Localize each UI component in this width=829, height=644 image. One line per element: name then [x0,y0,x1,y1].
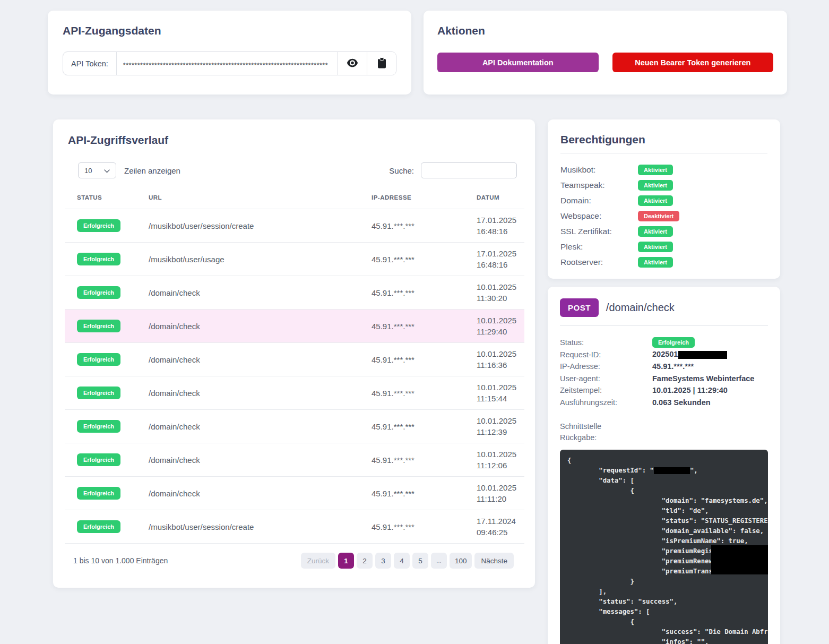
ip-cell: 45.91.***.*** [372,288,477,297]
api-history-title: API-Zugriffsverlauf [53,119,535,147]
column-header-ip: IP-ADRESSE [372,194,477,201]
permission-row-plesk: Plesk: Aktiviert [560,239,767,254]
redaction-box [654,467,690,474]
detail-row-ip: IP-Adresse: 45.91.***.*** [560,360,768,373]
date-cell: 17.01.202516:48:16 [477,248,524,270]
detail-label: Ausführungszeit: [560,398,652,407]
pagination-ellipsis: ... [431,553,447,569]
status-badge: Erfolgreich [77,520,120,533]
date-cell: 10.01.202511:16:36 [477,348,524,371]
url-cell: /domain/check [149,456,372,465]
page-length-select[interactable]: 10 [78,162,116,178]
code-line: "status": "STATUS_REGISTERED", [567,516,768,526]
code-line: "domain_available": false, [567,526,768,536]
endpoint-path: /domain/check [606,302,675,314]
pagination-page-1[interactable]: 1 [338,553,354,569]
redaction-box [678,351,727,359]
detail-row-user-agent: User-agent: FameSystems Webinterface [560,373,768,385]
status-badge: Erfolgreich [77,387,120,399]
http-method-badge: POST [560,298,599,317]
status-badge: Erfolgreich [77,420,120,433]
permission-label: SSL Zertifikat: [560,227,638,236]
table-controls: 10 Zeilen anzeigen Suche: [78,162,517,178]
search-input[interactable] [421,162,517,178]
search-control: Suche: [389,162,517,178]
code-line: "infos": "", [567,637,768,644]
actions-row: API Dokumentation Neuen Bearer Token gen… [437,53,773,72]
history-table: STATUS URL IP-ADRESSE DATUM Erfolgreich … [65,192,524,544]
table-row[interactable]: Erfolgreich /musikbot/user/session/creat… [65,209,524,243]
permission-row-domain: Domain: Aktiviert [560,193,767,208]
code-line: "success": "Die Domain Abfrage [567,627,768,637]
status-badge: Deaktiviert [638,211,679,221]
search-label: Suche: [389,166,414,175]
table-row[interactable]: Erfolgreich /domain/check 45.91.***.*** … [65,376,524,410]
ip-cell: 45.91.***.*** [372,489,477,498]
code-line: "status": "success", [567,597,768,607]
detail-row-timestamp: Zeitstempel: 10.01.2025 | 11:29:40 [560,384,768,397]
ip-cell: 45.91.***.*** [372,355,477,364]
permission-row-rootserver: Rootserver: Aktiviert [560,254,767,270]
table-row-selected[interactable]: Erfolgreich /domain/check 45.91.***.*** … [65,310,524,343]
pagination-page-5[interactable]: 5 [412,553,428,569]
table-row[interactable]: Erfolgreich /domain/check 45.91.***.*** … [65,410,524,443]
ip-cell: 45.91.***.*** [372,221,477,230]
date-cell: 10.01.202511:29:40 [477,315,524,337]
date-cell: 10.01.202511:30:20 [477,281,524,304]
status-badge: Erfolgreich [77,320,120,332]
table-row[interactable]: Erfolgreich /domain/check 45.91.***.*** … [65,343,524,376]
permission-label: Teamspeak: [560,181,638,190]
table-row[interactable]: Erfolgreich /musikbot/user/usage 45.91.*… [65,243,524,276]
user-agent-value: FameSystems Webinterface [652,374,754,383]
status-badge: Aktiviert [638,226,673,237]
permission-label: Musikbot: [560,165,638,175]
ip-cell: 45.91.***.*** [372,322,477,331]
request-header: POST /domain/check [560,298,768,317]
api-documentation-button[interactable]: API Dokumentation [437,53,599,72]
table-row[interactable]: Erfolgreich /domain/check 45.91.***.*** … [65,443,524,477]
date-cell: 10.01.202511:12:06 [477,449,524,471]
api-history-card: API-Zugriffsverlauf 10 Zeilen anzeigen S… [53,119,535,588]
status-badge: Aktiviert [638,242,673,252]
code-line: "tld": "de", [567,506,768,516]
code-line: { [567,456,768,466]
detail-row-duration: Ausführungszeit: 0.063 Sekunden [560,397,768,409]
table-header-row: STATUS URL IP-ADRESSE DATUM [65,192,524,209]
api-token-group: API Token: [63,51,396,75]
status-badge: Aktiviert [638,257,673,268]
api-token-input[interactable] [116,52,338,75]
pagination-page-3[interactable]: 3 [375,553,391,569]
pagination-next-button[interactable]: Nächste [474,553,514,569]
status-badge: Aktiviert [638,165,673,175]
permission-label: Webspace: [560,211,638,221]
pagination-page-4[interactable]: 4 [394,553,410,569]
response-label: Schnittstelle Rückgabe: [560,421,640,443]
copy-token-button[interactable] [367,52,396,75]
permissions-title: Berechtigungen [560,133,767,146]
pagination-page-100[interactable]: 100 [450,553,472,569]
column-header-url: URL [149,194,372,201]
code-line: "domain": "famesystems.de", [567,496,768,506]
detail-row-request-id: Request-ID: 202501 [560,349,768,361]
entries-info: 1 bis 10 von 1.000 Einträgen [73,556,168,565]
status-badge: Erfolgreich [77,353,120,366]
table-row[interactable]: Erfolgreich /musikbot/user/session/creat… [65,510,524,544]
permission-label: Plesk: [560,242,638,252]
url-cell: /domain/check [149,489,372,498]
url-cell: /domain/check [149,288,372,297]
code-line-request-id: "requestId": "", [567,466,768,476]
clipboard-icon [377,57,386,70]
generate-bearer-token-button[interactable]: Neuen Bearer Token generieren [612,53,774,72]
table-row[interactable]: Erfolgreich /domain/check 45.91.***.*** … [65,276,524,310]
detail-label: IP-Adresse: [560,362,652,371]
table-row[interactable]: Erfolgreich /domain/check 45.91.***.*** … [65,477,524,510]
ip-cell: 45.91.***.*** [372,456,477,465]
date-cell: 17.01.202516:48:16 [477,214,524,237]
reveal-token-button[interactable] [338,52,367,75]
pagination-page-2[interactable]: 2 [357,553,373,569]
pagination-prev-button[interactable]: Zurück [301,553,335,569]
status-badge: Aktiviert [638,195,673,206]
actions-title: Aktionen [437,24,773,37]
json-response-block: { "requestId": "", "data": [ { "domain":… [560,450,768,644]
permission-row-webspace: Webspace: Deaktiviert [560,208,767,224]
